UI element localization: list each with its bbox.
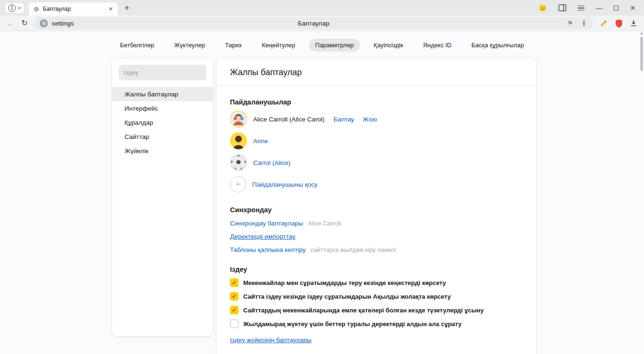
gear-icon: ⚙ bbox=[34, 6, 39, 12]
nav-tab-extensions[interactable]: Кеңейтулер bbox=[256, 39, 301, 52]
sync-settings-link[interactable]: Синхрондау баптаулары bbox=[230, 220, 303, 227]
browser-tab-settings[interactable]: ⚙ Баптаулар ✕ bbox=[29, 2, 118, 16]
settings-content: Жалпы баптаулар Пайдаланушылар Alice Car… bbox=[217, 58, 536, 354]
scroll-up-icon[interactable] bbox=[640, 32, 643, 35]
user-row-anne: Anne bbox=[230, 131, 523, 150]
users-heading: Пайдаланушылар bbox=[230, 98, 523, 106]
sync-settings-row: Синхрондау баптаулары Alice Carroll bbox=[230, 220, 523, 227]
protect-shield-icon[interactable] bbox=[615, 19, 623, 28]
browser-toolbar: ← ↻ Баптаулар ⚙ settings ⚑ ⋮ bbox=[0, 16, 644, 31]
nav-tab-yandex-id[interactable]: Яндекс ID bbox=[417, 39, 458, 52]
sidebar-item-system[interactable]: Жүйелік bbox=[112, 144, 213, 158]
user-configure-link[interactable]: Баптау bbox=[334, 116, 354, 123]
user-link-anne[interactable]: Anne bbox=[253, 138, 268, 145]
checkbox-prefetch[interactable]: ✓ bbox=[230, 319, 238, 328]
user-remove-link[interactable]: Жою bbox=[363, 116, 377, 123]
user-link-carrol[interactable]: Carrol (Alice) bbox=[253, 159, 291, 166]
tableau-note: сайттарға жылдам кіру панелі bbox=[310, 246, 396, 253]
url-text: settings bbox=[52, 20, 74, 27]
window-minimize-button[interactable]: — bbox=[596, 5, 602, 11]
tab-count: 1 bbox=[8, 4, 16, 12]
content-title: Жалпы баптаулар bbox=[217, 58, 536, 86]
restore-tableau-link[interactable]: Таблоны қалпына келтіру bbox=[230, 246, 306, 253]
option-label: Сайтта іздеу кезінде іздеу сұратымдарын … bbox=[243, 293, 451, 300]
check-icon: ✓ bbox=[232, 280, 237, 285]
import-data-row: Деректерді импорттау bbox=[230, 233, 523, 240]
tab-close-icon[interactable]: ✕ bbox=[108, 6, 113, 12]
nav-tab-history[interactable]: Тарих bbox=[219, 39, 248, 52]
new-tab-button[interactable]: + bbox=[124, 4, 130, 12]
checkbox-typo-fix[interactable]: ✓ bbox=[230, 306, 238, 314]
avatar-anne[interactable] bbox=[230, 132, 247, 149]
option-row-smartline: ✓ Сайтта іздеу кезінде іздеу сұратымдары… bbox=[230, 292, 523, 301]
sidebar-item-sites[interactable]: Сайттар bbox=[112, 130, 213, 144]
assistant-smiley-icon[interactable] bbox=[538, 4, 547, 12]
page-scrollbar[interactable] bbox=[639, 31, 644, 354]
user-row-primary: Alice Carroll (Alice Carol) Баптау Жою bbox=[230, 110, 523, 129]
avatar-alice-carroll[interactable] bbox=[230, 111, 247, 128]
option-label: Мекенжайлар мен сұратымдарды теру кезінд… bbox=[243, 279, 446, 286]
side-panel-icon[interactable] bbox=[558, 4, 566, 11]
sidebar-item-interface[interactable]: Интерфейс bbox=[112, 101, 213, 115]
add-user-row: + Пайдаланушыны қосу bbox=[230, 175, 523, 194]
nav-tab-bookmarks[interactable]: Бетбелгілер bbox=[114, 39, 160, 52]
option-row-typo-fix: ✓ Сайттардың мекенжайларында емле қателе… bbox=[230, 306, 523, 314]
avatar-carrol[interactable] bbox=[230, 154, 247, 171]
add-user-icon[interactable]: + bbox=[230, 176, 246, 192]
kebab-menu-icon[interactable]: ⋮ bbox=[581, 20, 587, 26]
download-icon[interactable] bbox=[630, 19, 637, 27]
window-close-button[interactable]: ✕ bbox=[630, 5, 635, 11]
hamburger-menu-icon[interactable] bbox=[578, 6, 584, 10]
chevron-down-icon bbox=[18, 5, 21, 9]
edit-pencil-icon[interactable] bbox=[600, 19, 608, 27]
settings-sidebar: Жалпы баптаулар Интерфейс Құралдар Сайтт… bbox=[112, 58, 213, 336]
address-bar[interactable]: Баптаулар ⚙ settings ⚑ ⋮ bbox=[34, 17, 593, 29]
reload-button[interactable]: ↻ bbox=[21, 19, 27, 27]
check-icon: ✓ bbox=[232, 294, 237, 299]
tab-counter-button[interactable]: 1 bbox=[5, 3, 24, 13]
user-name: Alice Carroll (Alice Carol) bbox=[253, 116, 325, 123]
tab-strip: 1 ⚙ Баптаулар ✕ + — ✕ bbox=[0, 0, 644, 16]
site-settings-icon[interactable]: ⚙ bbox=[40, 19, 48, 27]
nav-tab-settings[interactable]: Параметрлер bbox=[309, 39, 360, 52]
sync-heading: Синхрондау bbox=[230, 206, 523, 214]
sidebar-item-tools[interactable]: Құралдар bbox=[112, 115, 213, 130]
search-engine-settings-link[interactable]: Іздеу жүйесінің баптаулары bbox=[230, 337, 311, 344]
settings-nav: Бетбелгілер Жүктеулер Тарих Кеңейтулер П… bbox=[0, 39, 644, 52]
add-user-link[interactable]: Пайдаланушыны қосу bbox=[252, 181, 318, 188]
import-data-link[interactable]: Деректерді импорттау bbox=[230, 233, 295, 240]
bookmark-flag-icon[interactable]: ⚑ bbox=[567, 20, 573, 26]
nav-tab-other-devices[interactable]: Басқа құрылғылар bbox=[465, 39, 530, 52]
sync-account-note: Alice Carroll bbox=[308, 220, 341, 227]
scrollbar-thumb[interactable] bbox=[640, 37, 643, 71]
tab-title: Баптаулар bbox=[43, 6, 105, 12]
user-row-carrol: Carrol (Alice) bbox=[230, 153, 523, 172]
option-label: Сайттардың мекенжайларында емле қателері… bbox=[243, 307, 484, 314]
search-input[interactable] bbox=[119, 65, 206, 80]
search-heading: Іздеу bbox=[230, 266, 523, 273]
nav-tab-security[interactable]: Қауіпсіздік bbox=[368, 39, 409, 52]
nav-tab-downloads[interactable]: Жүктеулер bbox=[168, 39, 212, 52]
window-maximize-button[interactable] bbox=[614, 6, 618, 10]
option-row-prefetch: ✓ Жылдамырақ жүктеу үшін беттер туралы д… bbox=[230, 319, 523, 328]
option-label: Жылдамырақ жүктеу үшін беттер туралы дер… bbox=[243, 320, 462, 328]
checkbox-suggestions[interactable]: ✓ bbox=[230, 278, 238, 287]
sidebar-item-general[interactable]: Жалпы баптаулар bbox=[112, 87, 213, 101]
option-row-suggestions: ✓ Мекенжайлар мен сұратымдарды теру кезі… bbox=[230, 278, 523, 287]
back-button[interactable]: ← bbox=[7, 19, 15, 27]
page-title: Баптаулар bbox=[34, 20, 593, 27]
checkbox-smartline[interactable]: ✓ bbox=[230, 292, 238, 301]
check-icon: ✓ bbox=[232, 307, 237, 313]
restore-tableau-row: Таблоны қалпына келтіру сайттарға жылдам… bbox=[230, 246, 523, 253]
